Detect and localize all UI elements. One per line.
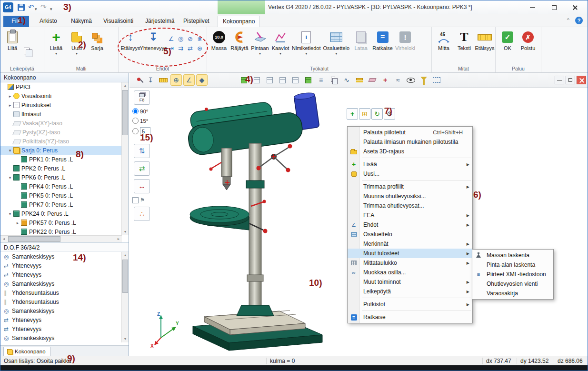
child-close-button[interactable] <box>577 76 586 84</box>
new-component-button[interactable] <box>359 108 370 120</box>
viewport-3d[interactable]: F8 90° 15° <box>130 73 588 357</box>
scroll-up-icon[interactable] <box>122 82 129 89</box>
view-side-button[interactable] <box>264 74 275 86</box>
opposed-constraint-icon[interactable] <box>186 45 194 53</box>
solve-button[interactable]: Ratkaise <box>372 30 393 51</box>
measure-distance-button[interactable]: Etäisyys <box>476 30 494 51</box>
attach-button[interactable] <box>392 74 404 86</box>
surface-button[interactable] <box>341 74 352 86</box>
distance-constraint-button[interactable]: Etäisyys <box>121 30 140 51</box>
constraint-item[interactable]: Yhtenevyys <box>0 315 122 324</box>
view-top-button[interactable] <box>277 74 288 86</box>
drill-press-model[interactable] <box>179 92 337 354</box>
tree-item[interactable]: PPK7 0: Perus .L <box>0 200 122 209</box>
expander-icon[interactable] <box>7 148 13 153</box>
dimension-button[interactable]: 45 Mitta <box>435 30 453 51</box>
concentric-constraint-icon[interactable] <box>177 35 185 43</box>
tree-item-selected[interactable]: Sarja 0: Perus <box>0 146 122 155</box>
menu-item-merkinnat[interactable]: Merkinnät <box>348 239 472 249</box>
menu-item-muut-toiminnot[interactable]: Muut toiminnot <box>348 277 472 287</box>
menu-item-ehdot[interactable]: Ehdot <box>348 220 472 230</box>
menu-item-mittataulukko[interactable]: Mittataulukko <box>348 258 472 268</box>
constraint-item[interactable]: Yhtenevyys <box>0 270 122 279</box>
save-icon[interactable] <box>18 4 25 11</box>
submenu-item-piirteet-xml[interactable]: Piirteet XML-tiedostoon <box>472 270 553 279</box>
menu-item-putkistot[interactable]: Putkistot <box>348 300 472 309</box>
mass-button[interactable]: 10.0 Massa <box>210 30 228 51</box>
constraint-item[interactable]: Yhtenevyys <box>0 324 122 333</box>
submenu-item-ohutlevyosien-vienti[interactable]: Ohutlevyosien vienti <box>472 279 553 289</box>
menu-item-uusi[interactable]: Uusi... <box>348 169 472 179</box>
tree-item[interactable]: Visualisointi <box>0 91 122 100</box>
menu-item-osaluettelo[interactable]: Osaluettelo <box>348 230 472 239</box>
tree-item[interactable]: PPK4 0: Perus .L <box>0 182 122 191</box>
series-button[interactable]: Sarja <box>88 30 106 51</box>
menu-item-palauta-piilotetut[interactable]: Palauta piilotetut Ctrl+Shift+H <box>348 128 472 137</box>
expander-icon[interactable] <box>7 175 13 180</box>
tree-item[interactable]: Piirustukset <box>0 100 122 110</box>
tree-item[interactable]: Poikittais(YZ)-taso <box>0 137 122 146</box>
pin-button[interactable] <box>132 74 143 86</box>
paste-button[interactable]: Liitä <box>3 30 21 51</box>
angle-15-radio[interactable]: 15° <box>132 118 151 124</box>
scroll-down-icon[interactable] <box>122 229 129 235</box>
scrollbar-thumb[interactable] <box>122 260 128 293</box>
help-icon[interactable]: ? <box>575 17 583 24</box>
tab-arkisto[interactable]: Arkisto <box>35 16 62 27</box>
constraint-scrollbar[interactable] <box>121 252 129 342</box>
checkbox[interactable] <box>132 197 139 203</box>
tab-pistepilvet[interactable]: Pistepilvet <box>179 16 214 27</box>
tree-horizontal-scrollbar[interactable] <box>0 235 122 242</box>
radio-90[interactable] <box>132 108 139 114</box>
tree-scrollbar[interactable] <box>121 82 129 235</box>
app-logo-icon[interactable]: G4 <box>3 2 13 12</box>
scrollbar-thumb[interactable] <box>122 90 128 135</box>
tree-item[interactable]: PPK3 <box>0 82 122 91</box>
view-shading-button[interactable] <box>302 74 314 86</box>
constraint-item[interactable]: Samankeskisyys <box>0 333 122 342</box>
measure-button[interactable] <box>158 74 169 86</box>
copy-view-button[interactable] <box>328 74 339 86</box>
tab-nakyma[interactable]: Näkymä <box>66 16 97 27</box>
filter-button[interactable] <box>418 74 429 86</box>
scroll-right-icon[interactable] <box>115 236 122 242</box>
tree-item[interactable]: PPK22 0: Perus .L <box>0 227 122 235</box>
expander-icon[interactable] <box>7 103 13 108</box>
angle-constraint-icon[interactable] <box>167 35 175 43</box>
parallel-constraint-icon[interactable] <box>177 45 185 53</box>
expander-icon[interactable] <box>7 94 13 99</box>
coincident-constraint-button[interactable]: Yhtenevyys <box>142 30 165 51</box>
visibility-button[interactable] <box>405 74 417 86</box>
tab-visualisointi[interactable]: Visualisointi <box>99 16 138 27</box>
parts-list-button[interactable]: Osaluettelo <box>323 30 350 56</box>
tree-item[interactable]: PPK24 0: Perus .L <box>0 209 122 218</box>
menu-item-trimmaa-ohutlevyosat[interactable]: Trimmaa ohutlevyosat... <box>348 201 472 211</box>
erase-button[interactable] <box>367 74 378 86</box>
origin-button[interactable] <box>379 74 391 86</box>
feature-list-button[interactable] <box>315 74 327 86</box>
snap-point-button[interactable] <box>196 74 208 86</box>
angle-90-radio[interactable]: 90° <box>132 108 151 114</box>
constraint-item[interactable]: Samankeskisyys <box>0 306 122 315</box>
tab-jarjestelma[interactable]: Järjestelmä <box>140 16 179 27</box>
text-button[interactable]: Teksti <box>455 30 473 51</box>
close-button[interactable] <box>565 0 586 14</box>
child-restore-button[interactable] <box>566 76 575 84</box>
lock-axis-z-button[interactable] <box>134 144 150 158</box>
add-button[interactable] <box>347 108 358 120</box>
layers-button[interactable] <box>354 74 365 86</box>
snap-center-button[interactable] <box>170 74 182 86</box>
menu-item-muokkaa-osilla[interactable]: Muokkaa osilla... <box>348 268 472 277</box>
scrollbar-thumb[interactable] <box>8 236 60 242</box>
menu-item-muunna-ohutlevyosiksi[interactable]: Muunna ohutlevyosiksi... <box>348 191 472 201</box>
view-iso-button[interactable] <box>289 74 301 86</box>
menu-item-ratkaise[interactable]: Ratkaise <box>348 312 472 322</box>
menu-item-fea[interactable]: FEA <box>348 211 472 220</box>
explode-button[interactable]: Räjäytä <box>230 30 249 51</box>
expander-icon[interactable] <box>7 211 13 216</box>
radio-15[interactable] <box>132 118 139 124</box>
quick-access-caret-icon[interactable] <box>50 4 52 14</box>
copy-button[interactable] <box>24 48 30 54</box>
placement-checkbox-row[interactable] <box>132 197 151 203</box>
tree-item[interactable]: PPK1 0: Perus .L <box>0 155 122 164</box>
